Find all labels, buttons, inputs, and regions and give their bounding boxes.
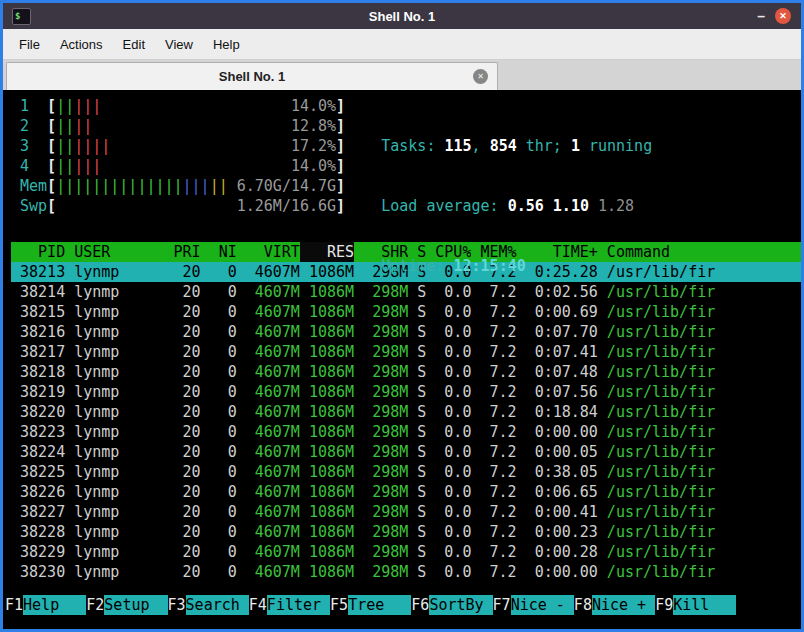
process-row[interactable]: 38225 lynmp 20 0 4607M 1086M 298M S 0.0 … xyxy=(11,462,801,482)
process-row[interactable]: 38229 lynmp 20 0 4607M 1086M 298M S 0.0 … xyxy=(11,542,801,562)
proc-ni: 0 xyxy=(201,302,237,322)
proc-pri: 20 xyxy=(155,262,200,282)
cpu-meter-label: 1 xyxy=(11,96,47,116)
function-key[interactable]: F4Filter xyxy=(249,595,330,615)
proc-command: /usr/lib/fir xyxy=(598,542,801,562)
proc-state: S xyxy=(408,542,426,562)
tasks-separator: , xyxy=(472,137,490,155)
col-header-res-sorted[interactable]: RES xyxy=(300,242,354,262)
function-key[interactable]: F1Help xyxy=(5,595,86,615)
proc-pid: 38224 xyxy=(11,442,65,462)
proc-res: 1086M xyxy=(300,502,354,522)
col-header-pid[interactable]: PID xyxy=(11,242,65,262)
proc-res: 1086M xyxy=(300,322,354,342)
proc-pid: 38228 xyxy=(11,522,65,542)
process-row[interactable]: 38217 lynmp 20 0 4607M 1086M 298M S 0.0 … xyxy=(11,342,801,362)
function-key[interactable]: F7Nice - xyxy=(493,595,574,615)
tabbar: Shell No. 1 ✕ xyxy=(3,60,801,90)
meter-open-bracket: [ xyxy=(47,176,56,196)
function-key[interactable]: F5Tree xyxy=(330,595,411,615)
proc-time: 0:06.65 xyxy=(517,482,598,502)
proc-ni: 0 xyxy=(201,362,237,382)
tab-shell[interactable]: Shell No. 1 ✕ xyxy=(6,62,498,90)
col-header-ni[interactable]: NI xyxy=(201,242,237,262)
process-row[interactable]: 38230 lynmp 20 0 4607M 1086M 298M S 0.0 … xyxy=(11,562,801,582)
proc-res: 1086M xyxy=(300,562,354,582)
proc-ni: 0 xyxy=(201,542,237,562)
menu-item[interactable]: View xyxy=(155,32,203,57)
load-label: Load average: xyxy=(381,197,507,215)
function-key[interactable]: F6SortBy xyxy=(411,595,492,615)
proc-pid: 38223 xyxy=(11,422,65,442)
process-row[interactable]: 38224 lynmp 20 0 4607M 1086M 298M S 0.0 … xyxy=(11,442,801,462)
function-key[interactable]: F2Setup xyxy=(86,595,167,615)
titlebar[interactable]: $ Shell No. 1 – ✕ xyxy=(3,3,801,29)
meter-bars: ||||| xyxy=(56,96,101,116)
process-row[interactable]: 38226 lynmp 20 0 4607M 1086M 298M S 0.0 … xyxy=(11,482,801,502)
menu-item[interactable]: Actions xyxy=(50,32,113,57)
mem-meter-value: 6.70G/14.7G xyxy=(237,176,336,196)
process-row[interactable]: 38223 lynmp 20 0 4607M 1086M 298M S 0.0 … xyxy=(11,422,801,442)
tab-close-icon[interactable]: ✕ xyxy=(473,69,488,84)
process-row[interactable]: 38218 lynmp 20 0 4607M 1086M 298M S 0.0 … xyxy=(11,362,801,382)
col-header-pri[interactable]: PRI xyxy=(155,242,200,262)
process-row[interactable]: 38227 lynmp 20 0 4607M 1086M 298M S 0.0 … xyxy=(11,502,801,522)
proc-time: 0:00.05 xyxy=(517,442,598,462)
minimize-button-icon[interactable]: – xyxy=(757,11,765,21)
proc-time: 0:07.56 xyxy=(517,382,598,402)
meter-bars: |||| xyxy=(56,116,92,136)
function-key-label: Kill xyxy=(673,595,736,615)
meter-bar-area: |||||14.0% xyxy=(56,156,336,176)
proc-user: lynmp xyxy=(65,262,155,282)
function-key-number: F9 xyxy=(655,595,673,615)
process-row[interactable]: 38219 lynmp 20 0 4607M 1086M 298M S 0.0 … xyxy=(11,382,801,402)
proc-shr: 298M xyxy=(354,502,408,522)
menu-item[interactable]: Help xyxy=(203,32,250,57)
col-header-user[interactable]: USER xyxy=(65,242,155,262)
proc-user: lynmp xyxy=(65,562,155,582)
col-header-virt[interactable]: VIRT xyxy=(237,242,300,262)
uptime-line: Uptime: 12:15:40 xyxy=(381,256,652,276)
proc-time: 0:00.28 xyxy=(517,542,598,562)
meter-bars: ||||||||||||||||||| xyxy=(56,176,228,196)
function-key[interactable]: F3Search xyxy=(168,595,249,615)
function-key[interactable]: F8Nice + xyxy=(574,595,655,615)
terminal-window: $ Shell No. 1 – ✕ File Actions Edit View… xyxy=(0,0,804,632)
proc-command: /usr/lib/fir xyxy=(598,562,801,582)
function-key[interactable]: F9Kill xyxy=(655,595,736,615)
meter-close-bracket: ] xyxy=(336,116,345,136)
close-button-icon[interactable]: ✕ xyxy=(775,8,791,24)
proc-state: S xyxy=(408,322,426,342)
proc-user: lynmp xyxy=(65,302,155,322)
proc-pri: 20 xyxy=(155,402,200,422)
proc-user: lynmp xyxy=(65,382,155,402)
process-row[interactable]: 38228 lynmp 20 0 4607M 1086M 298M S 0.0 … xyxy=(11,522,801,542)
proc-time: 0:00.23 xyxy=(517,522,598,542)
proc-virt: 4607M xyxy=(237,422,300,442)
proc-user: lynmp xyxy=(65,322,155,342)
proc-virt: 4607M xyxy=(237,562,300,582)
proc-command: /usr/lib/fir xyxy=(598,462,801,482)
proc-pri: 20 xyxy=(155,362,200,382)
proc-time: 0:38.05 xyxy=(517,462,598,482)
proc-time: 0:07.48 xyxy=(517,362,598,382)
meter-close-bracket: ] xyxy=(336,136,345,156)
proc-pri: 20 xyxy=(155,322,200,342)
proc-ni: 0 xyxy=(201,322,237,342)
proc-virt: 4607M xyxy=(237,542,300,562)
proc-mem: 7.2 xyxy=(471,522,516,542)
process-row[interactable]: 38216 lynmp 20 0 4607M 1086M 298M S 0.0 … xyxy=(11,322,801,342)
menu-item[interactable]: Edit xyxy=(113,32,155,57)
process-row[interactable]: 38220 lynmp 20 0 4607M 1086M 298M S 0.0 … xyxy=(11,402,801,422)
proc-user: lynmp xyxy=(65,462,155,482)
proc-pid: 38226 xyxy=(11,482,65,502)
proc-pid: 38225 xyxy=(11,462,65,482)
function-key-number: F8 xyxy=(574,595,592,615)
tab-label: Shell No. 1 xyxy=(219,69,285,84)
proc-res: 1086M xyxy=(300,282,354,302)
proc-ni: 0 xyxy=(201,382,237,402)
meter-open-bracket: [ xyxy=(47,116,56,136)
menu-item[interactable]: File xyxy=(9,32,50,57)
proc-virt: 4607M xyxy=(237,482,300,502)
proc-user: lynmp xyxy=(65,482,155,502)
